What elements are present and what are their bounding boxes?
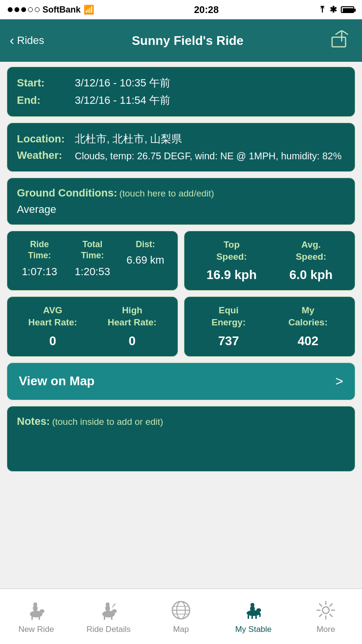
my-calories-header: MyCalories: — [288, 305, 327, 328]
dist-col: Dist: 6.69 km — [119, 239, 172, 266]
high-heart-col: HighHeart Rate: 0 — [108, 305, 156, 348]
view-on-map-button[interactable]: View on Map > — [7, 363, 355, 400]
total-time-header: TotalTime: — [66, 239, 119, 262]
ride-time-value: 1:07:13 — [13, 266, 66, 278]
tab-more[interactable]: More — [294, 599, 357, 634]
dist-header: Dist: — [119, 239, 172, 250]
location-label: Location: — [17, 133, 75, 145]
energy-cols: EquiEnergy: 737 MyCalories: 402 — [190, 305, 349, 348]
location-row: Location: 北杜市, 北杜市, 山梨県 — [17, 132, 345, 146]
new-ride-icon — [25, 599, 48, 622]
heart-cols: AVGHeart Rate: 0 HighHeart Rate: 0 — [13, 305, 172, 348]
status-bar: SoftBank 📶 20:28 ⤒ ✱ — [0, 0, 362, 19]
dot3 — [21, 7, 26, 12]
tab-my-stable-label: My Stable — [235, 625, 272, 634]
speed-card: TopSpeed: 16.9 kph Avg.Speed: 6.0 kph — [184, 231, 355, 291]
top-speed-value: 16.9 kph — [207, 267, 257, 282]
tab-more-label: More — [317, 625, 335, 634]
location-weather-card: Location: 北杜市, 北杜市, 山梨県 Weather: Clouds,… — [7, 123, 355, 172]
notes-hint: (touch inside to add or edit) — [52, 417, 163, 427]
svg-rect-7 — [39, 616, 40, 620]
tab-new-ride[interactable]: New Ride — [5, 599, 68, 634]
svg-point-11 — [106, 602, 110, 606]
svg-line-35 — [330, 604, 333, 606]
start-row: Start: 3/12/16 - 10:35 午前 — [17, 76, 345, 90]
top-speed-header: TopSpeed: — [207, 239, 257, 263]
end-value: 3/12/16 - 11:54 午前 — [75, 93, 170, 108]
svg-point-23 — [251, 603, 254, 607]
svg-line-36 — [320, 615, 322, 617]
bluetooth-icon: ✱ — [330, 4, 337, 15]
svg-rect-26 — [255, 615, 257, 619]
ground-title-row: Ground Conditions: (touch here to add/ed… — [17, 187, 345, 199]
top-speed-col: TopSpeed: 16.9 kph — [207, 239, 257, 282]
avg-speed-col: Avg.Speed: 6.0 kph — [290, 239, 333, 282]
time-dist-headers: RideTime: 1:07:13 TotalTime: 1:20:53 Dis… — [13, 239, 172, 278]
status-time: 20:28 — [194, 4, 219, 15]
location-arrow-icon: ⤒ — [319, 4, 326, 15]
ground-conditions-card[interactable]: Ground Conditions: (touch here to add/ed… — [7, 178, 355, 225]
carrier-label: SoftBank — [42, 5, 81, 15]
location-value: 北杜市, 北杜市, 山梨県 — [75, 132, 182, 146]
svg-line-14 — [112, 603, 115, 607]
share-button[interactable] — [331, 30, 352, 51]
ride-time-header: RideTime: — [13, 239, 66, 262]
weather-row: Weather: Clouds, temp: 26.75 DEGF, wind:… — [17, 149, 345, 163]
tab-my-stable[interactable]: My Stable — [222, 599, 285, 634]
avg-speed-header: Avg.Speed: — [290, 239, 333, 263]
signal-dots — [8, 7, 40, 12]
notes-card[interactable]: Notes: (touch inside to add or edit) — [7, 406, 355, 472]
svg-rect-27 — [259, 613, 261, 617]
svg-rect-12 — [104, 616, 105, 620]
avg-heart-col: AVGHeart Rate: 0 — [28, 305, 77, 348]
total-time-value: 1:20:53 — [66, 266, 119, 278]
svg-point-3 — [40, 609, 44, 613]
more-gear-icon — [314, 599, 337, 622]
high-heart-header: HighHeart Rate: — [108, 305, 156, 328]
start-end-card: Start: 3/12/16 - 10:35 午前 End: 3/12/16 -… — [7, 67, 355, 117]
equi-energy-header: EquiEnergy: — [211, 305, 246, 328]
back-chevron-icon: ‹ — [10, 34, 14, 47]
back-button[interactable]: ‹ Rides — [10, 34, 44, 47]
dot4 — [28, 7, 33, 12]
wifi-icon: 📶 — [84, 4, 94, 15]
svg-point-28 — [322, 607, 329, 614]
weather-value: Clouds, temp: 26.75 DEGF, wind: NE @ 1MP… — [75, 149, 342, 163]
tab-map[interactable]: Map — [150, 599, 212, 634]
status-left: SoftBank 📶 — [8, 4, 94, 15]
svg-line-33 — [320, 604, 322, 606]
ride-stats-row: RideTime: 1:07:13 TotalTime: 1:20:53 Dis… — [7, 231, 355, 291]
tab-map-label: Map — [173, 625, 189, 634]
speed-cols: TopSpeed: 16.9 kph Avg.Speed: 6.0 kph — [190, 239, 349, 282]
my-stable-icon — [242, 599, 265, 622]
equi-energy-value: 737 — [211, 334, 246, 349]
tab-ride-details[interactable]: Ride Details — [77, 599, 140, 634]
back-label: Rides — [17, 34, 44, 47]
ride-details-icon — [97, 599, 120, 622]
ground-value: Average — [17, 203, 345, 216]
svg-point-21 — [256, 608, 261, 612]
weather-label: Weather: — [17, 149, 75, 162]
start-value: 3/12/16 - 10:35 午前 — [75, 76, 170, 90]
dist-value: 6.69 km — [119, 254, 172, 266]
svg-point-5 — [33, 602, 37, 606]
notes-label: Notes: — [17, 415, 50, 427]
ride-time-col: RideTime: 1:07:13 — [13, 239, 66, 278]
tab-new-ride-label: New Ride — [18, 625, 54, 634]
svg-rect-24 — [248, 615, 249, 619]
page-title: Sunny Field's Ride — [44, 33, 331, 48]
svg-rect-6 — [31, 616, 33, 620]
svg-point-9 — [112, 609, 117, 613]
ground-hint: (touch here to add/edit) — [119, 188, 214, 198]
equi-energy-col: EquiEnergy: 737 — [211, 305, 246, 348]
dot2 — [14, 7, 19, 12]
svg-rect-13 — [111, 616, 112, 620]
svg-line-34 — [330, 615, 333, 617]
notes-content[interactable] — [17, 434, 345, 462]
start-label: Start: — [17, 77, 75, 89]
time-dist-card: RideTime: 1:07:13 TotalTime: 1:20:53 Dis… — [7, 231, 178, 291]
battery-icon — [341, 6, 354, 13]
ground-label: Ground Conditions: — [17, 187, 117, 199]
map-globe-icon — [169, 599, 193, 622]
heart-energy-row: AVGHeart Rate: 0 HighHeart Rate: 0 EquiE… — [7, 296, 355, 356]
